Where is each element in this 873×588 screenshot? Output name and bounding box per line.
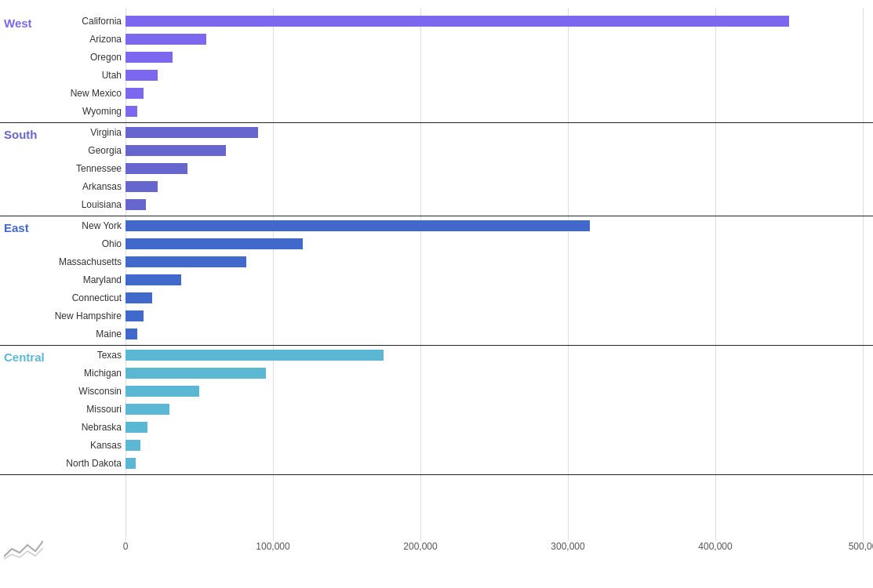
x-tick-label: 100,000 — [256, 541, 289, 552]
bar — [125, 458, 136, 469]
bar-row: Missouri — [0, 401, 873, 418]
bar-wrapper — [125, 67, 873, 84]
bar-row: Arkansas — [0, 178, 873, 195]
bar-row: Maryland — [0, 271, 873, 289]
bar — [125, 52, 173, 63]
state-label: Ohio — [4, 238, 122, 249]
state-label: Massachusetts — [4, 256, 122, 267]
bar-row: New York — [0, 217, 873, 234]
state-label: Virginia — [4, 127, 122, 138]
bar — [125, 163, 187, 174]
bar — [125, 88, 144, 99]
bar-row: Ohio — [0, 235, 873, 252]
bar-row: Connecticut — [0, 289, 873, 307]
bar-wrapper — [125, 49, 873, 66]
bar-wrapper — [125, 437, 873, 454]
state-label: Texas — [4, 350, 122, 361]
state-label: Utah — [4, 70, 122, 81]
bar — [125, 328, 137, 339]
state-label: Kansas — [4, 440, 122, 451]
state-label: Maryland — [4, 274, 122, 285]
bar-wrapper — [125, 142, 873, 159]
state-label: New Hampshire — [4, 310, 122, 321]
bar — [125, 16, 789, 27]
bar — [125, 127, 258, 138]
state-label: California — [4, 16, 122, 27]
bar-row: Arizona — [0, 31, 873, 48]
bar — [125, 368, 266, 379]
bar — [125, 34, 206, 45]
bar-wrapper — [125, 217, 873, 234]
state-label: New Mexico — [4, 88, 122, 99]
bar-wrapper — [125, 13, 873, 30]
bar-row: Massachusetts — [0, 253, 873, 270]
bar — [125, 220, 590, 231]
state-label: Wyoming — [4, 106, 122, 117]
bar — [125, 422, 147, 433]
region-section-west: WestCaliforniaArizonaOregonUtahNew Mexic… — [0, 13, 873, 123]
bar-wrapper — [125, 160, 873, 177]
bar-row: New Mexico — [0, 85, 873, 102]
x-tick-label: 0 — [123, 541, 129, 552]
chart-container: WestCaliforniaArizonaOregonUtahNew Mexic… — [0, 0, 873, 564]
bar-row: Utah — [0, 67, 873, 84]
x-axis: 0100,000200,000300,000400,000500,00 — [125, 541, 873, 564]
bar — [125, 404, 169, 415]
bar-row: Virginia — [0, 124, 873, 141]
state-label: Louisiana — [4, 199, 122, 210]
bar-wrapper — [125, 253, 873, 270]
bar-row: Wyoming — [0, 103, 873, 120]
bar-wrapper — [125, 271, 873, 289]
state-label: Missouri — [4, 404, 122, 415]
bar-row: Georgia — [0, 142, 873, 159]
region-section-east: EastNew YorkOhioMassachusettsMarylandCon… — [0, 217, 873, 346]
bar-row: Nebraska — [0, 419, 873, 436]
region-section-south: SouthVirginiaGeorgiaTennesseeArkansasLou… — [0, 124, 873, 216]
state-label: North Dakota — [4, 458, 122, 469]
state-label: Arkansas — [4, 181, 122, 192]
bar-row: Louisiana — [0, 196, 873, 213]
bar — [125, 292, 152, 303]
state-label: Tennessee — [4, 163, 122, 174]
bar — [125, 274, 181, 285]
bar-row: New Hampshire — [0, 307, 873, 325]
bar — [125, 181, 158, 192]
x-tick-label: 300,000 — [551, 541, 584, 552]
bar-row: Maine — [0, 325, 873, 343]
bar-wrapper — [125, 383, 873, 400]
bar-row: Wisconsin — [0, 383, 873, 400]
bar-wrapper — [125, 325, 873, 343]
bar-row: California — [0, 13, 873, 30]
bar-wrapper — [125, 401, 873, 418]
x-tick-label: 400,000 — [698, 541, 732, 552]
bar-row: Texas — [0, 347, 873, 364]
bar — [125, 70, 158, 81]
bar-row: Tennessee — [0, 160, 873, 177]
state-label: Wisconsin — [4, 386, 122, 397]
state-label: Maine — [4, 328, 122, 339]
bar-wrapper — [125, 455, 873, 472]
bar-row: North Dakota — [0, 455, 873, 472]
chart-area: WestCaliforniaArizonaOregonUtahNew Mexic… — [0, 8, 873, 541]
state-label: New York — [4, 220, 122, 231]
state-label: Georgia — [4, 145, 122, 156]
bar — [125, 256, 246, 267]
bar-row: Kansas — [0, 437, 873, 454]
bar-wrapper — [125, 289, 873, 307]
bar-wrapper — [125, 419, 873, 436]
bar-row: Michigan — [0, 365, 873, 382]
bar-wrapper — [125, 85, 873, 102]
bar — [125, 386, 199, 397]
bar-wrapper — [125, 347, 873, 364]
bar — [125, 310, 144, 321]
state-label: Arizona — [4, 34, 122, 45]
state-label: Oregon — [4, 52, 122, 63]
x-tick-label: 200,000 — [403, 541, 437, 552]
bar — [125, 145, 226, 156]
bar — [125, 238, 303, 249]
bar — [125, 199, 146, 210]
bar-wrapper — [125, 196, 873, 213]
bar-wrapper — [125, 124, 873, 141]
bar-wrapper — [125, 235, 873, 252]
bar-wrapper — [125, 307, 873, 325]
